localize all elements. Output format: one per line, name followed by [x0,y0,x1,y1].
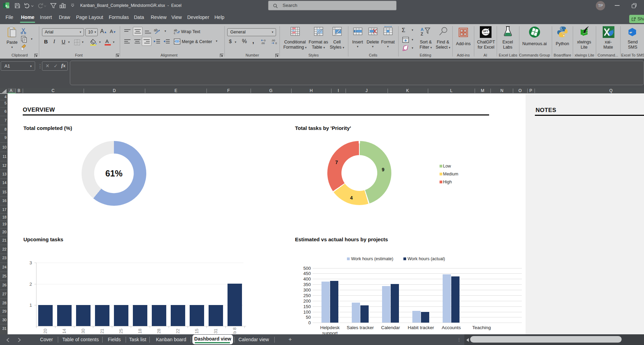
svg-text:x: x [5,4,7,8]
svg-text:FOR EXCEL: FOR EXCEL [484,33,491,34]
svg-text:.00: .00 [271,39,275,42]
svg-text:0: 0 [275,42,277,45]
svg-text:GPT: GPT [483,30,488,33]
svg-text:ab: ab [154,28,158,32]
svg-text:c: c [174,31,176,34]
svg-text:Z: Z [421,32,423,36]
svg-text:.00: .00 [261,42,265,45]
svg-text:A: A [421,27,424,32]
